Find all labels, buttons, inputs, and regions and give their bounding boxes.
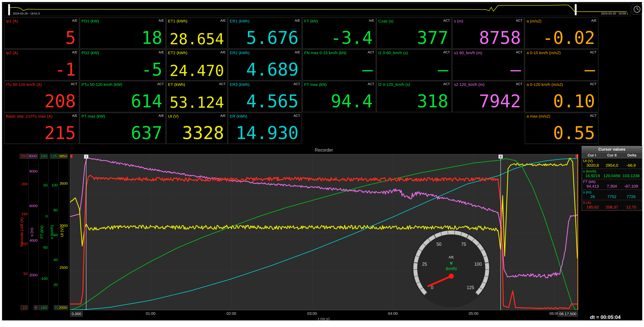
row-label: v (km/h) <box>583 169 641 173</box>
cursor-flag-label: II <box>500 155 502 158</box>
axis-tick: 20 <box>54 283 58 287</box>
column-header-row: Cur ICur IIDelta <box>582 152 642 158</box>
speed-gauge: 0255075100125A/Ev(km/h) <box>412 229 490 308</box>
meter-label: t2 0-120_km/h (s) <box>378 82 410 87</box>
axis-tick[interactable]: 0 <box>34 305 38 310</box>
meter-label: Ut (V) <box>168 114 178 119</box>
y-axis-1: Formuła 14/It (A)25020015010050-10 <box>18 154 28 310</box>
clock-button[interactable] <box>632 4 642 14</box>
row-value: 94,413 <box>583 184 602 189</box>
measurement-grid: Ip1 (A)A/E5PD1 (kW)A/E18ET1 (kWh)A/E28.6… <box>4 17 598 144</box>
meter-ft-kn: FT (kN)A/E-3.4 <box>302 17 376 49</box>
axis-tick: -100 <box>40 277 48 281</box>
axis-tick: 2000 <box>30 273 38 277</box>
overview-ut-trace <box>10 5 627 11</box>
axis-tick[interactable]: -10 <box>21 305 28 310</box>
meter-value: 0.55 <box>553 124 595 142</box>
cursor-flag-label: I <box>86 155 86 158</box>
row-label: Ut (V) <box>583 159 641 163</box>
meter-value: 4.565 <box>246 93 298 110</box>
axis-tick[interactable]: 0 <box>54 305 58 310</box>
mode-badge: A/E <box>159 50 164 54</box>
row-value: 195,62 <box>583 205 602 209</box>
dt-readout: dt = 00:05:04 <box>590 314 620 320</box>
gauge-number: 25 <box>422 262 427 267</box>
mode-badge: A/E <box>72 50 78 54</box>
gauge-number: 0 <box>431 285 434 290</box>
y-axis-5: Ut (V)38503500300025002000 <box>59 154 69 310</box>
y-axis-4: v (km/h)125100806040200 <box>48 154 59 310</box>
meter-value: 7942 <box>479 93 521 110</box>
row-label: FT (kN) <box>583 180 641 184</box>
meter-t2-0-120-km-h-s: t2 0-120_km/h (s)ACT318 <box>376 81 452 112</box>
meter-value: – <box>584 61 595 78</box>
meter-value: 5.676 <box>246 29 298 47</box>
mode-badge: A/E <box>369 19 374 23</box>
x-axis-tick: 02:00 <box>226 311 236 316</box>
meter-label: ER1 (kWh) <box>230 19 250 23</box>
x-axis-tick[interactable]: 0,000 <box>70 311 83 317</box>
x-axis-title: t (m:s) <box>70 317 578 321</box>
meter-label: Basic stat. 21/ITu max (A) <box>6 114 52 119</box>
overview-strip[interactable]: 2024-03-26 - 18:51:5 2024-03-26 - 18:58:… <box>4 3 631 16</box>
meter-label: PTu 50-120 km/h (kW) <box>82 82 122 87</box>
axis-tick: 6000 <box>30 204 38 208</box>
meter-et1-kwh: ET1 (kWh)A/E28.654 <box>166 17 227 49</box>
mode-badge: A/E <box>159 114 164 118</box>
axis-tick: 3500 <box>60 181 68 186</box>
meter-ip1-a: Ip1 (A)A/E5 <box>4 17 79 49</box>
meter-ut-v: Ut (V)A/E3328 <box>166 113 227 144</box>
range-handle-right[interactable] <box>575 4 577 15</box>
axis-tick[interactable]: -150 <box>39 305 48 310</box>
x-axis-tick[interactable]: 06:17,500 <box>558 311 578 317</box>
mode-badge: ACT <box>157 82 164 86</box>
cursor-values-table: Cursor valuesCur ICur IIDeltaUt (V)3020,… <box>582 146 642 211</box>
column-header: Cur II <box>602 153 622 158</box>
meter-value: 28.654 <box>170 31 224 47</box>
x-axis-tick: 06:00 <box>549 311 559 316</box>
table-title: Cursor values <box>582 146 642 152</box>
row-value: 26 <box>583 194 602 199</box>
gauge-unit-label: (km/h) <box>446 267 457 271</box>
axis-tick[interactable]: 3850 <box>58 154 68 159</box>
meter-pd1-kw: PD1 (kW)A/E18 <box>80 17 166 49</box>
meter-basic-stat-21-itu-max-a: Basic stat. 21/ITu max (A)A/E215 <box>4 113 79 144</box>
axis-tick[interactable]: 100 <box>40 154 48 159</box>
meter-value: 14.930 <box>236 124 298 142</box>
meter-value: -0.02 <box>542 29 595 47</box>
meter-ip2-a: Ip2 (A)A/E-1 <box>4 49 79 80</box>
axis-tick[interactable]: 250 <box>20 154 28 159</box>
meter-label: s2 120_km/h (m) <box>454 82 484 87</box>
axis-tick[interactable]: 125 <box>50 154 58 159</box>
meter-value: 208 <box>44 93 76 110</box>
trace-it-a- <box>70 175 578 309</box>
x-axis-tick: 05:00 <box>469 311 478 316</box>
row-value: 2954,0 <box>602 163 621 168</box>
meter-value: 8758 <box>479 29 521 47</box>
axis-tick: 40 <box>54 258 58 262</box>
overview-date-start: 2024-03-26 - 18:51:5 <box>13 12 40 15</box>
meter-t1-0-60-km-h-s: t1 0-60_km/h (s)ACT– <box>376 49 452 80</box>
mode-badge: ACT <box>516 50 522 54</box>
meter-a-0-15-km-h-m-s2: a 0-15 km/h (m/s2)ACT– <box>525 49 598 80</box>
axis-label: Ut (V) <box>60 227 64 237</box>
axis-tick[interactable]: 2000 <box>58 305 68 310</box>
mode-badge: ACT <box>368 82 374 86</box>
meter-value: 0.10 <box>553 93 595 110</box>
table-row: v (km/h)16,9219120,0456103,1238 <box>582 169 642 179</box>
axis-label: FT (kN) <box>40 226 44 238</box>
meter-value: 3328 <box>182 124 224 142</box>
range-handle-left[interactable] <box>8 4 10 15</box>
gauge-needle-hub <box>449 274 454 279</box>
meter-itu-50-120-km-h-a: ITu 50-120 km/h (A)ACT208 <box>4 81 79 112</box>
meter-value: 215 <box>44 124 76 142</box>
meter-label: PD1 (kW) <box>82 19 99 23</box>
row-value: 16,9219 <box>583 173 602 178</box>
row-value: 208,37 <box>602 205 621 209</box>
mode-badge: A/E <box>72 114 78 118</box>
axis-tick[interactable]: 9000 <box>28 154 38 159</box>
meter-value: 377 <box>417 29 448 47</box>
axis-tick: 8000 <box>30 169 38 173</box>
row-value: 7,304 <box>602 184 621 189</box>
column-header: Delta <box>622 153 642 158</box>
